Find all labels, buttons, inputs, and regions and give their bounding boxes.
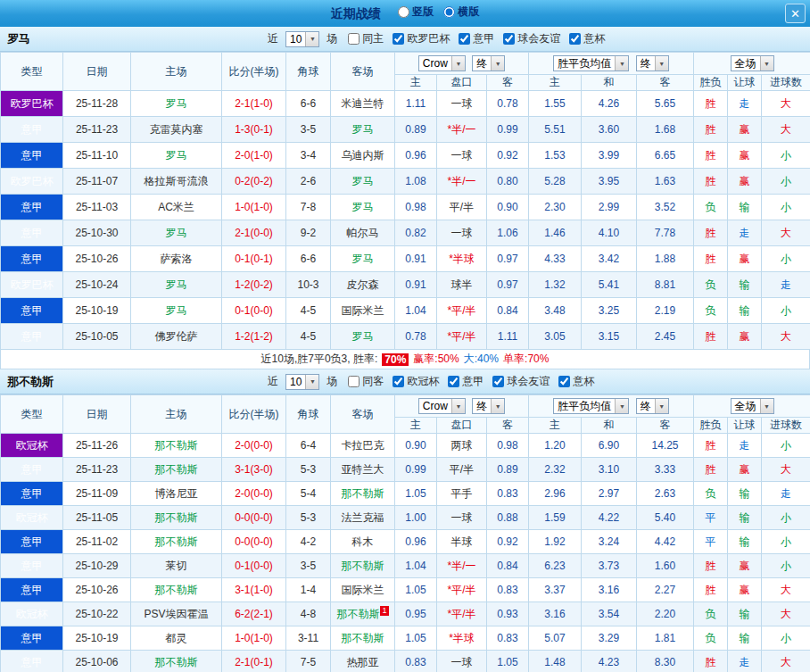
avg-final-select[interactable]: 终▼ (636, 55, 669, 71)
away-team[interactable]: 亚特兰大 (331, 458, 395, 482)
home-team[interactable]: 莱切 (131, 554, 222, 578)
close-button[interactable]: ✕ (785, 4, 806, 23)
odds-final-select[interactable]: 终▼ (472, 398, 505, 414)
away-team[interactable]: 罗马 (331, 117, 395, 143)
odds-away: 0.99 (487, 117, 529, 143)
filter-同主[interactable]: 同主 (348, 31, 384, 46)
layout-option-vertical[interactable]: 竖版 (398, 4, 434, 20)
away-team[interactable]: 法兰克福 (331, 506, 395, 530)
match-count-select[interactable]: 10▼ (285, 374, 319, 390)
home-team[interactable]: 萨索洛 (131, 246, 222, 272)
odds-home: 1.00 (395, 506, 437, 530)
result-handicap: 输 (728, 272, 762, 298)
filter-意甲[interactable]: 意甲 (448, 374, 484, 389)
col-type: 类型 (1, 395, 63, 434)
away-team[interactable]: 乌迪内斯 (331, 143, 395, 169)
vertical-radio-input[interactable] (398, 6, 409, 18)
filter-checkbox[interactable] (393, 33, 404, 45)
away-team[interactable]: 那不勒斯1 (331, 602, 395, 626)
away-team[interactable]: 那不勒斯 (331, 554, 395, 578)
away-team[interactable]: 帕尔马 (331, 220, 395, 246)
filter-意杯[interactable]: 意杯 (558, 374, 594, 389)
away-team[interactable]: 罗马 (331, 169, 395, 195)
result-goals: 小 (762, 554, 810, 578)
scope-select[interactable]: 全场▼ (731, 398, 774, 414)
home-team[interactable]: AC米兰 (131, 195, 222, 220)
filter-欧罗巴杯[interactable]: 欧罗巴杯 (393, 31, 450, 46)
home-team[interactable]: PSV埃因霍温 (131, 602, 222, 626)
home-team[interactable]: 罗马 (131, 298, 222, 324)
away-team[interactable]: 那不勒斯 (331, 626, 395, 651)
filter-checkbox[interactable] (492, 376, 504, 387)
result-wdl: 胜 (694, 554, 728, 578)
score: 0-2(0-2) (222, 169, 286, 195)
layout-option-horizontal[interactable]: 横版 (443, 4, 479, 20)
away-team[interactable]: 国际米兰 (331, 578, 395, 602)
away-team[interactable]: 米迪兰特 (331, 91, 395, 117)
odds-company-select[interactable]: Crow▼ (418, 398, 466, 414)
result-wdl: 胜 (694, 246, 728, 272)
home-team[interactable]: 罗马 (131, 143, 222, 169)
avg-away-odds: 2.63 (637, 482, 694, 506)
handicap: 球半 (437, 272, 487, 298)
home-team[interactable]: 那不勒斯 (131, 530, 222, 554)
home-team[interactable]: 那不勒斯 (131, 651, 222, 672)
away-team[interactable]: 罗马 (331, 246, 395, 272)
home-team[interactable]: 罗马 (131, 220, 222, 246)
away-team[interactable]: 罗马 (331, 324, 395, 350)
home-team[interactable]: 那不勒斯 (131, 434, 222, 458)
col-home: 主场 (131, 395, 222, 434)
match-row: 意甲 25-10-30 罗马 2-1(0-0) 9-2 帕尔马 0.82 一球 … (1, 220, 810, 246)
away-team[interactable]: 罗马 (331, 195, 395, 220)
filter-意杯[interactable]: 意杯 (569, 31, 605, 46)
match-row: 意甲 25-11-10 罗马 2-0(1-0) 3-4 乌迪内斯 0.96 一球… (1, 143, 810, 169)
away-team[interactable]: 国际米兰 (331, 298, 395, 324)
scope-select[interactable]: 全场▼ (731, 55, 774, 71)
filter-球会友谊[interactable]: 球会友谊 (492, 374, 550, 389)
filter-checkbox[interactable] (448, 376, 459, 387)
score: 6-2(2-1) (222, 602, 286, 626)
home-team[interactable]: 都灵 (131, 626, 222, 651)
horizontal-radio-input[interactable] (443, 6, 455, 18)
filter-同客[interactable]: 同客 (348, 374, 384, 389)
avg-home-odds: 6.23 (529, 554, 582, 578)
home-team[interactable]: 那不勒斯 (131, 578, 222, 602)
filter-欧冠杯[interactable]: 欧冠杯 (393, 374, 439, 389)
filter-checkbox[interactable] (393, 376, 404, 387)
home-team[interactable]: 那不勒斯 (131, 506, 222, 530)
home-team[interactable]: 罗马 (131, 91, 222, 117)
filter-意甲[interactable]: 意甲 (459, 31, 494, 46)
match-date: 25-10-22 (63, 602, 131, 626)
away-team[interactable]: 皮尔森 (331, 272, 395, 298)
odds-company-select[interactable]: Crow▼ (418, 55, 466, 71)
filter-checkbox[interactable] (459, 33, 470, 45)
avg-type-select[interactable]: 胜平负均值▼ (553, 55, 629, 71)
competition-badge: 意甲 (1, 246, 63, 272)
away-team[interactable]: 那不勒斯 (331, 482, 395, 506)
home-team[interactable]: 罗马 (131, 272, 222, 298)
filter-checkbox[interactable] (558, 376, 570, 387)
filter-checkbox[interactable] (348, 376, 360, 387)
filter-checkbox[interactable] (569, 33, 581, 45)
home-team[interactable]: 克雷莫内塞 (131, 117, 222, 143)
home-team[interactable]: 那不勒斯 (131, 458, 222, 482)
away-team[interactable]: 科木 (331, 530, 395, 554)
home-team[interactable]: 格拉斯哥流浪 (131, 169, 222, 195)
away-team[interactable]: 热那亚 (331, 651, 395, 672)
filter-checkbox[interactable] (503, 33, 515, 45)
avg-final-select[interactable]: 终▼ (636, 398, 669, 414)
home-team[interactable]: 佛罗伦萨 (131, 324, 222, 350)
home-team[interactable]: 博洛尼亚 (131, 482, 222, 506)
filter-checkbox-group: 同主欧罗巴杯意甲球会友谊意杯 (348, 31, 605, 46)
sub-col-avg-away: 客 (637, 75, 694, 91)
filter-球会友谊[interactable]: 球会友谊 (503, 31, 560, 46)
match-count-select[interactable]: 10▼ (285, 31, 319, 47)
handicap: 一球 (437, 651, 487, 672)
away-team[interactable]: 卡拉巴克 (331, 434, 395, 458)
odds-final-select[interactable]: 终▼ (472, 55, 505, 71)
odds-away: 1.11 (487, 324, 529, 350)
chevron-down-icon: ▼ (615, 56, 628, 71)
filter-checkbox[interactable] (348, 33, 360, 45)
match-row: 欧冠杯 25-10-22 PSV埃因霍温 6-2(2-1) 4-8 那不勒斯1 … (1, 602, 810, 626)
avg-type-select[interactable]: 胜平负均值▼ (553, 398, 629, 414)
